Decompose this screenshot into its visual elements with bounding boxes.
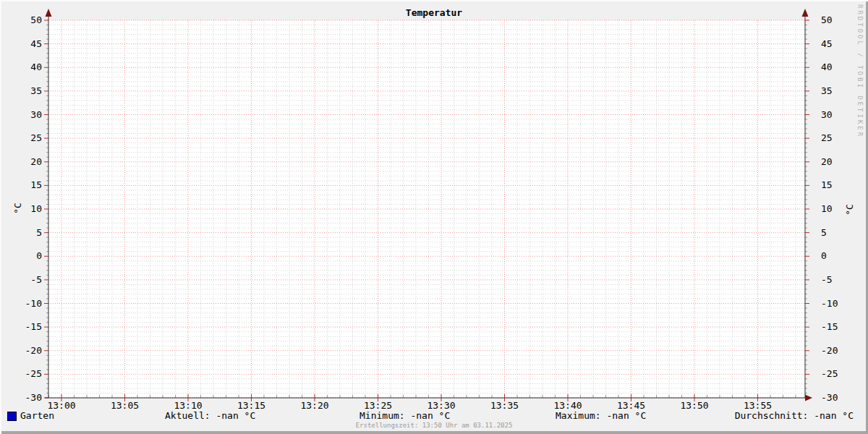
y-axis-title-right: °C: [844, 204, 855, 216]
stat-minimum: Minimum: -nan °C: [359, 410, 450, 422]
y-tick-label-left: 40: [13, 61, 42, 73]
chart-title: Temperatur: [0, 7, 868, 19]
y-tick-label-right: -25: [821, 368, 850, 380]
y-tick-label-left: -15: [13, 321, 42, 333]
stat-aktuell: Aktuell: -nan °C: [165, 410, 255, 422]
stat-maximum: Maximum: -nan °C: [556, 410, 646, 422]
y-tick-label-right: -30: [821, 392, 850, 404]
y-tick-label-right: 20: [821, 156, 850, 168]
y-tick-label-right: 0: [821, 250, 850, 262]
y-tick-label-left: -5: [13, 274, 42, 286]
y-tick-label-left: -20: [13, 345, 42, 357]
y-tick-label-right: -15: [821, 321, 850, 333]
y-tick-label-left: 15: [13, 179, 42, 191]
y-tick-label-left: 20: [13, 156, 42, 168]
y-tick-label-right: -10: [821, 298, 850, 310]
y-tick-label-right: 45: [821, 38, 850, 50]
legend-swatch-garten: [7, 412, 17, 421]
creation-time-text: Erstellungszeit: 13:50 Uhr am 03.11.2025: [0, 422, 868, 430]
plot-area: [48, 20, 805, 398]
y-tick-label-right: -20: [821, 345, 850, 357]
y-tick-label-right: 25: [821, 132, 850, 144]
y-tick-label-right: -5: [821, 274, 850, 286]
x-tick-label: 13:20: [293, 400, 336, 412]
y-tick-label-left: 5: [13, 227, 42, 239]
y-tick-label-left: 35: [13, 85, 42, 97]
y-tick-label-left: -30: [13, 392, 42, 404]
y-tick-label-right: 50: [821, 14, 850, 26]
x-tick-label: 13:05: [103, 400, 147, 412]
y-tick-label-left: -10: [13, 298, 42, 310]
y-tick-label-left: 0: [13, 250, 42, 262]
x-tick-label: 13:50: [673, 400, 716, 412]
y-tick-label-right: 15: [821, 179, 850, 191]
legend-label-garten: Garten: [20, 410, 54, 422]
y-tick-label-right: 40: [821, 61, 850, 73]
y-tick-label-left: 45: [13, 38, 42, 50]
y-tick-label-right: 30: [821, 109, 850, 121]
y-axis-title-left: °C: [12, 203, 23, 214]
rrdtool-watermark: RRDTOOL / TOBI OETIKER: [856, 4, 864, 138]
y-tick-label-left: -25: [13, 368, 42, 380]
stat-durchschnitt: Durchschnitt: -nan °C: [735, 410, 854, 422]
temperature-graph: Temperatur 50454035302520151050-5-10-15-…: [0, 0, 868, 434]
x-tick-label: 13:35: [483, 400, 527, 412]
y-tick-label-right: 5: [821, 227, 850, 239]
y-tick-label-right: 35: [821, 85, 850, 97]
y-tick-label-left: 25: [13, 132, 42, 144]
y-tick-label-left: 30: [13, 109, 42, 121]
y-tick-label-left: 50: [13, 14, 42, 26]
